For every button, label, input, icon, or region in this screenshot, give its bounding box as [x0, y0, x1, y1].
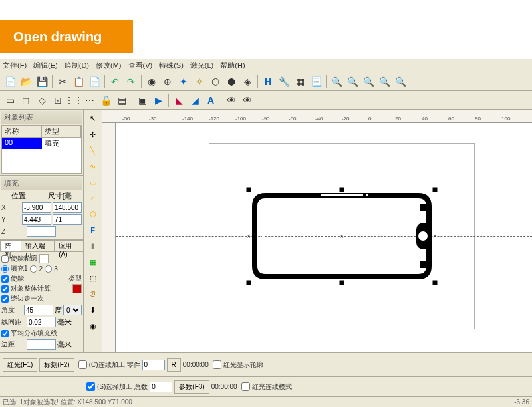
layer-icon[interactable]: ▤ — [114, 93, 129, 108]
canvas[interactable]: × × × — [116, 123, 532, 352]
zoom2-icon[interactable]: 🔍 — [345, 74, 360, 89]
rect-icon[interactable]: ▭ — [86, 175, 100, 190]
mirror2-icon[interactable]: ◢ — [188, 93, 202, 108]
shape3-icon[interactable]: ◇ — [35, 93, 49, 108]
avg-fill-chk[interactable]: 平均分布填充线 — [1, 329, 82, 338]
enable-outline-chk[interactable]: 使能轮廓 — [1, 254, 82, 263]
outline-swatch[interactable] — [39, 254, 49, 263]
circle-icon[interactable]: ○ — [86, 191, 100, 205]
grid-icon[interactable]: ▦ — [293, 74, 307, 89]
tool-icon[interactable]: 🔧 — [277, 74, 291, 89]
fill1-radio[interactable] — [1, 265, 9, 273]
select-icon[interactable]: ↖ — [86, 111, 100, 126]
cont-proc-chk[interactable] — [78, 360, 87, 369]
menu-modify[interactable]: 修改(M) — [96, 61, 122, 70]
tab-array[interactable]: 阵列 — [0, 240, 21, 251]
red-button[interactable]: 红光(F1) — [3, 358, 37, 372]
z-input[interactable] — [27, 226, 56, 237]
zoom5-icon[interactable]: 🔍 — [393, 74, 408, 89]
zoom3-icon[interactable]: 🔍 — [361, 74, 376, 89]
node6-icon[interactable]: ⬢ — [224, 74, 239, 89]
h-input[interactable] — [53, 214, 82, 225]
menu-edit[interactable]: 编辑(E) — [33, 61, 58, 70]
open-icon[interactable]: 📂 — [19, 74, 33, 89]
col-name[interactable]: 名称 — [2, 126, 42, 137]
list-body[interactable]: 00 填充 — [1, 138, 82, 174]
node4-icon[interactable]: ✧ — [192, 74, 207, 89]
sel-proc-chk[interactable] — [86, 382, 95, 391]
menu-special[interactable]: 特殊(S) — [159, 61, 184, 70]
barcode-icon[interactable]: ⦀ — [86, 239, 100, 253]
eye1-icon[interactable]: 👁 — [224, 93, 239, 108]
lock-icon[interactable]: 🔒 — [98, 93, 113, 108]
margin-input[interactable] — [27, 339, 56, 350]
red-swatch[interactable] — [72, 284, 82, 293]
shape4-icon[interactable]: ⊡ — [51, 93, 65, 108]
dots2-icon[interactable]: ⋯ — [82, 93, 97, 108]
copy-icon[interactable]: 📋 — [71, 74, 86, 89]
polygon-icon[interactable]: ⬡ — [86, 207, 100, 221]
shape2-icon[interactable]: ◻ — [19, 93, 33, 108]
shape1-icon[interactable]: ▭ — [3, 93, 17, 108]
redcont-chk[interactable] — [241, 382, 250, 391]
list-row[interactable]: 00 填充 — [2, 138, 81, 149]
fill3-radio[interactable] — [45, 265, 52, 273]
menu-draw[interactable]: 绘制(D) — [65, 61, 89, 70]
menu-laser[interactable]: 激光(L) — [190, 61, 213, 70]
zoom4-icon[interactable]: 🔍 — [377, 74, 392, 89]
eye2-icon[interactable]: 👁 — [240, 93, 255, 108]
b2-icon[interactable]: ▶ — [151, 93, 166, 108]
doc-icon[interactable]: 📃 — [309, 74, 323, 89]
timer-icon[interactable]: ⏱ — [86, 287, 100, 301]
b1-icon[interactable]: ▣ — [135, 93, 150, 108]
enable-chk[interactable]: 使能类型 — [1, 274, 82, 283]
vector-icon[interactable]: ⬚ — [86, 271, 100, 285]
h-icon[interactable]: H — [261, 74, 275, 89]
angle-select[interactable]: 0 — [63, 305, 82, 315]
node7-icon[interactable]: ◈ — [240, 74, 255, 89]
dots1-icon[interactable]: ⋮⋮ — [66, 93, 81, 108]
zoom1-icon[interactable]: 🔍 — [329, 74, 344, 89]
redout-chk[interactable] — [213, 360, 221, 369]
node3-icon[interactable]: ✦ — [176, 74, 191, 89]
drawing-object[interactable] — [249, 190, 435, 283]
x-input[interactable] — [22, 202, 51, 213]
text-icon[interactable]: F — [86, 223, 100, 237]
mirror1-icon[interactable]: ◣ — [172, 93, 186, 108]
menu-view[interactable]: 查看(V) — [128, 61, 153, 70]
line-icon[interactable]: ╲ — [86, 143, 100, 158]
fill2-radio[interactable] — [30, 265, 37, 273]
node-edit-icon[interactable]: ✢ — [86, 127, 100, 142]
node5-icon[interactable]: ⬡ — [208, 74, 223, 89]
tab-port[interactable]: 输入端口 — [21, 240, 55, 251]
spiral-icon[interactable]: ◉ — [86, 319, 100, 333]
y-input[interactable] — [22, 214, 51, 225]
linedist-input[interactable] — [27, 317, 56, 327]
param-button[interactable]: 参数(F3) — [174, 380, 209, 394]
menu-file[interactable]: 文件(F) — [3, 61, 27, 70]
total-input[interactable] — [150, 382, 172, 392]
angle-input[interactable] — [24, 305, 53, 315]
import-icon[interactable]: ⬇ — [86, 303, 100, 317]
walk-once-chk[interactable]: 绕边走一次 — [1, 294, 82, 303]
bottom-bar: 红光(F1) 标刻(F2) (C)连续加工 零件 R 00:00:00 红光显示… — [0, 352, 532, 376]
tab-apply[interactable]: 应用(A) — [54, 240, 84, 251]
curve-icon[interactable]: ∿ — [86, 159, 100, 174]
redo-icon[interactable]: ↷ — [124, 74, 138, 89]
save-icon[interactable]: 💾 — [35, 74, 49, 89]
image-icon[interactable]: ▦ — [86, 255, 100, 269]
cut-icon[interactable]: ✂ — [55, 74, 70, 89]
w-input[interactable] — [53, 202, 82, 213]
mark-button[interactable]: 标刻(F2) — [39, 358, 74, 372]
node1-icon[interactable]: ◉ — [144, 74, 159, 89]
col-type[interactable]: 类型 — [42, 126, 82, 137]
undo-icon[interactable]: ↶ — [108, 74, 122, 89]
paste-icon[interactable]: 📄 — [87, 74, 102, 89]
parts-input[interactable] — [142, 360, 165, 370]
r-button[interactable]: R — [167, 358, 181, 372]
new-icon[interactable]: 📄 — [3, 74, 17, 89]
a-icon[interactable]: A — [203, 93, 218, 108]
node2-icon[interactable]: ⊕ — [160, 74, 175, 89]
menu-help[interactable]: 帮助(H) — [220, 61, 245, 70]
whole-calc-chk[interactable]: 对象整体计算 — [1, 284, 82, 293]
